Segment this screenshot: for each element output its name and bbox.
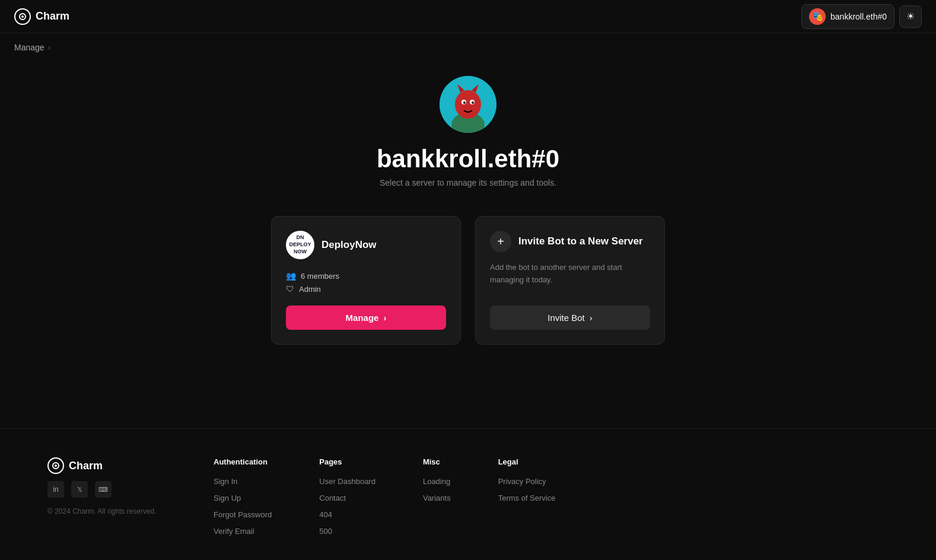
- footer-copyright: © 2024 Charm. All rights reserved.: [47, 507, 166, 516]
- footer-logo-icon: [47, 457, 64, 474]
- footer-col-pages-list: User Dashboard Contact 404 500: [319, 476, 375, 536]
- members-count: 6 members: [301, 272, 339, 281]
- footer-col-misc-list: Loading Variants: [423, 476, 451, 503]
- footer-link-variants[interactable]: Variants: [423, 494, 451, 502]
- svg-point-13: [469, 107, 472, 109]
- footer-link-signin[interactable]: Sign In: [214, 477, 237, 486]
- role-label: Admin: [299, 285, 321, 294]
- invite-title: Invite Bot to a New Server: [518, 236, 643, 247]
- logo-icon: [14, 8, 31, 25]
- footer-link-contact[interactable]: Contact: [319, 494, 346, 502]
- invite-header: + Invite Bot to a New Server: [490, 231, 650, 252]
- server-meta: 👥 6 members 🛡 Admin: [286, 271, 446, 294]
- footer-link-loading[interactable]: Loading: [423, 477, 450, 486]
- footer-col-misc-heading: Misc: [423, 457, 451, 466]
- cards-container: DNDEPLOYNOW DeployNow 👥 6 members 🛡 Admi…: [201, 216, 735, 345]
- shield-icon: 🛡: [286, 284, 294, 294]
- footer-link-verify[interactable]: Verify Email: [214, 527, 254, 536]
- user-name-label: bankkroll.eth#0: [830, 12, 887, 21]
- footer-link-tos[interactable]: Terms of Service: [498, 494, 556, 502]
- invite-bot-label: Invite Bot: [547, 313, 585, 323]
- twitter-icon[interactable]: 𝕏: [71, 481, 88, 498]
- user-badge[interactable]: 🎭 bankkroll.eth#0: [801, 4, 894, 29]
- profile-subtitle: Select a server to manage its settings a…: [380, 178, 556, 187]
- server-header: DNDEPLOYNOW DeployNow: [286, 231, 446, 259]
- svg-point-16: [55, 464, 57, 467]
- svg-point-12: [464, 107, 467, 109]
- footer-col-legal-heading: Legal: [498, 457, 556, 466]
- footer-col-legal-list: Privacy Policy Terms of Service: [498, 476, 556, 503]
- footer-logo-text: Charm: [69, 460, 103, 472]
- plus-icon: +: [490, 231, 511, 252]
- user-avatar: 🎭: [809, 8, 826, 25]
- profile-avatar: [440, 76, 496, 133]
- linkedin-icon[interactable]: in: [47, 481, 64, 498]
- svg-point-8: [463, 101, 466, 104]
- footer-col-pages-heading: Pages: [319, 457, 375, 466]
- invite-arrow-icon: ›: [590, 313, 593, 323]
- members-meta: 👥 6 members: [286, 271, 446, 281]
- server-logo: DNDEPLOYNOW: [286, 231, 314, 259]
- profile-section: bankkroll.eth#0 Select a server to manag…: [377, 76, 559, 187]
- footer-link-404[interactable]: 404: [319, 510, 332, 519]
- footer-link-signup[interactable]: Sign Up: [214, 494, 241, 502]
- breadcrumb: Manage ›: [0, 33, 936, 52]
- role-meta: 🛡 Admin: [286, 284, 446, 294]
- footer-col-pages: Pages User Dashboard Contact 404 500: [319, 457, 375, 536]
- footer-col-legal: Legal Privacy Policy Terms of Service: [498, 457, 556, 536]
- server-name: DeployNow: [321, 239, 377, 251]
- svg-point-2: [21, 15, 24, 18]
- footer-link-500[interactable]: 500: [319, 527, 332, 536]
- manage-arrow-icon: ›: [383, 313, 386, 323]
- discord-icon[interactable]: ⌨: [95, 481, 112, 498]
- logo-text: Charm: [36, 10, 69, 23]
- footer-social: in 𝕏 ⌨: [47, 481, 166, 498]
- footer-col-auth-list: Sign In Sign Up Forgot Password Verify E…: [214, 476, 272, 536]
- svg-point-9: [472, 101, 474, 104]
- breadcrumb-manage[interactable]: Manage: [14, 43, 44, 52]
- theme-toggle-button[interactable]: ☀: [899, 5, 922, 28]
- profile-avatar-image: [440, 76, 496, 133]
- footer-col-authentication: Authentication Sign In Sign Up Forgot Pa…: [214, 457, 272, 536]
- footer-col-auth-heading: Authentication: [214, 457, 272, 466]
- manage-button-label: Manage: [346, 313, 379, 323]
- manage-button[interactable]: Manage ›: [286, 306, 446, 330]
- footer-link-privacy[interactable]: Privacy Policy: [498, 477, 546, 486]
- profile-username: bankkroll.eth#0: [377, 145, 559, 173]
- invite-card: + Invite Bot to a New Server Add the bot…: [475, 216, 665, 345]
- logo[interactable]: Charm: [14, 8, 69, 25]
- footer: Charm in 𝕏 ⌨ © 2024 Charm. All rights re…: [0, 428, 936, 560]
- footer-link-dashboard[interactable]: User Dashboard: [319, 477, 375, 486]
- footer-link-forgot[interactable]: Forgot Password: [214, 510, 272, 519]
- footer-logo[interactable]: Charm: [47, 457, 166, 474]
- theme-icon: ☀: [906, 11, 915, 22]
- svg-point-5: [455, 90, 481, 119]
- breadcrumb-separator: ›: [48, 43, 51, 52]
- invite-description: Add the bot to another server and start …: [490, 262, 650, 294]
- footer-links: Authentication Sign In Sign Up Forgot Pa…: [214, 457, 889, 536]
- server-card: DNDEPLOYNOW DeployNow 👥 6 members 🛡 Admi…: [271, 216, 461, 345]
- members-icon: 👥: [286, 271, 296, 281]
- invite-bot-button[interactable]: Invite Bot ›: [490, 306, 650, 330]
- footer-col-misc: Misc Loading Variants: [423, 457, 451, 536]
- footer-brand: Charm in 𝕏 ⌨ © 2024 Charm. All rights re…: [47, 457, 166, 516]
